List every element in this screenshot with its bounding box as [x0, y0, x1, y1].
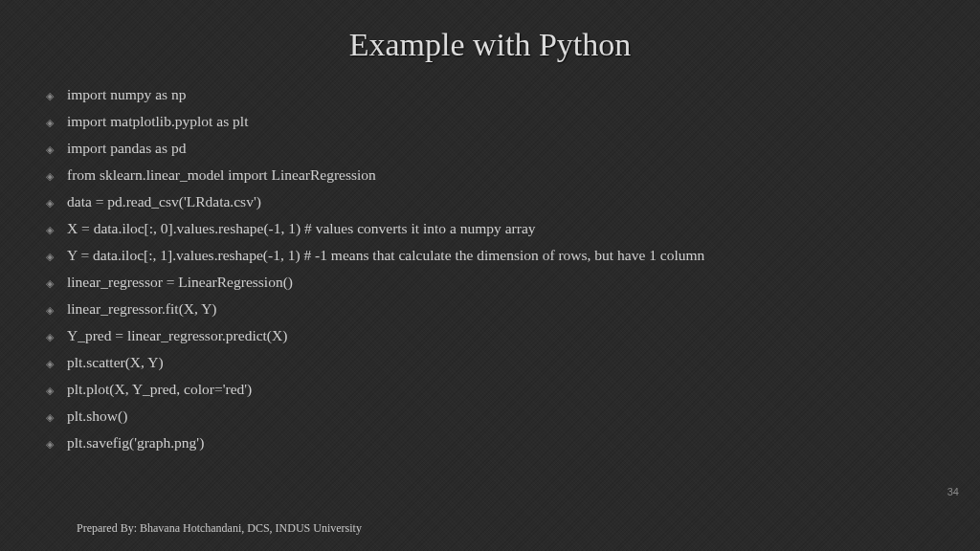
list-item: ◈ data = pd.read_csv('LRdata.csv') — [46, 193, 934, 210]
list-item-text: import matplotlib.pyplot as plt — [67, 113, 934, 130]
list-item: ◈ import numpy as np — [46, 86, 934, 103]
list-item-text: Y_pred = linear_regressor.predict(X) — [67, 327, 934, 344]
bullet-icon: ◈ — [46, 332, 56, 342]
list-item: ◈ linear_regressor.fit(X, Y) — [46, 300, 934, 318]
list-item: ◈ plt.plot(X, Y_pred, color='red') — [46, 381, 934, 398]
list-item: ◈ X = data.iloc[:, 0].values.reshape(-1,… — [46, 220, 934, 237]
list-item-text: plt.savefig('graph.png') — [67, 434, 934, 452]
page-number: 34 — [947, 486, 959, 497]
bullet-icon: ◈ — [46, 305, 56, 315]
bullet-icon: ◈ — [46, 412, 56, 422]
list-item: ◈ from sklearn.linear_model import Linea… — [46, 166, 934, 184]
list-item-text: linear_regressor.fit(X, Y) — [67, 300, 934, 318]
footer-credit: Prepared By: Bhavana Hotchandani, DCS, I… — [77, 521, 362, 536]
bullet-icon: ◈ — [46, 359, 56, 368]
bullet-icon: ◈ — [46, 144, 56, 154]
list-item: ◈ Y_pred = linear_regressor.predict(X) — [46, 327, 934, 344]
bullet-icon: ◈ — [46, 278, 56, 288]
list-item: ◈ Y = data.iloc[:, 1].values.reshape(-1,… — [46, 247, 934, 264]
bullet-icon: ◈ — [46, 91, 56, 100]
bullet-list: ◈ import numpy as np ◈ import matplotlib… — [0, 86, 980, 452]
bullet-icon: ◈ — [46, 252, 56, 261]
list-item-text: from sklearn.linear_model import LinearR… — [67, 166, 934, 184]
list-item: ◈ plt.show() — [46, 408, 934, 425]
list-item-text: Y = data.iloc[:, 1].values.reshape(-1, 1… — [67, 247, 934, 264]
list-item: ◈ import matplotlib.pyplot as plt — [46, 113, 934, 130]
slide-title: Example with Python — [0, 0, 980, 86]
list-item: ◈ plt.savefig('graph.png') — [46, 434, 934, 452]
list-item-text: data = pd.read_csv('LRdata.csv') — [67, 193, 934, 210]
list-item-text: X = data.iloc[:, 0].values.reshape(-1, 1… — [67, 220, 934, 237]
list-item-text: plt.scatter(X, Y) — [67, 354, 934, 371]
list-item-text: import numpy as np — [67, 86, 934, 103]
list-item: ◈ plt.scatter(X, Y) — [46, 354, 934, 371]
bullet-icon: ◈ — [46, 225, 56, 234]
bullet-icon: ◈ — [46, 118, 56, 127]
list-item: ◈ import pandas as pd — [46, 140, 934, 157]
bullet-icon: ◈ — [46, 198, 56, 208]
list-item-text: linear_regressor = LinearRegression() — [67, 274, 934, 291]
bullet-icon: ◈ — [46, 386, 56, 395]
bullet-icon: ◈ — [46, 171, 56, 181]
bullet-icon: ◈ — [46, 439, 56, 449]
list-item-text: plt.show() — [67, 408, 934, 425]
list-item-text: import pandas as pd — [67, 140, 934, 157]
list-item-text: plt.plot(X, Y_pred, color='red') — [67, 381, 934, 398]
list-item: ◈ linear_regressor = LinearRegression() — [46, 274, 934, 291]
